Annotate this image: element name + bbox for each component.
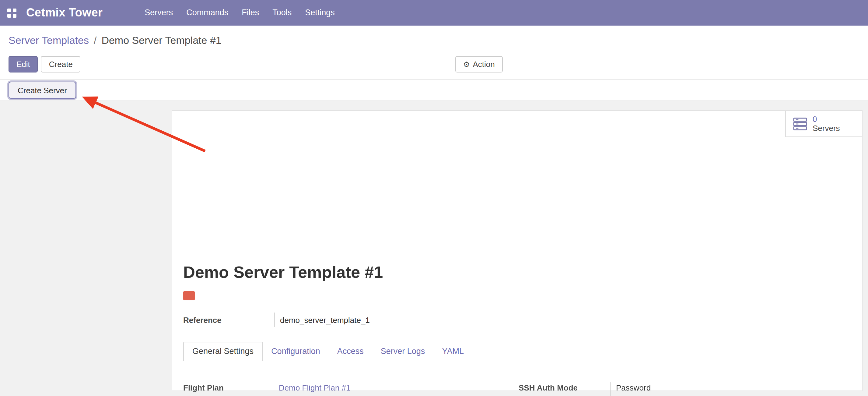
tab-configuration[interactable]: Configuration [262,342,329,361]
field-label: SSH Auth Mode [519,381,610,395]
action-button-label: Action [473,60,495,69]
fields-separator-line [610,382,611,396]
nav-item-files[interactable]: Files [235,0,266,26]
field-flight-plan: Flight Plan Demo Flight Plan #1 [183,381,488,395]
control-panel-divider [0,79,868,80]
action-button[interactable]: ⚙ Action [455,56,503,73]
breadcrumb-parent-link[interactable]: Server Templates [8,35,89,47]
apps-menu-icon[interactable] [7,8,17,17]
flight-plan-link[interactable]: Demo Flight Plan #1 [279,381,351,395]
create-server-button[interactable]: Create Server [8,82,76,99]
field-ssh-auth-mode: SSH Auth Mode Password [519,381,774,395]
tab-server-logs[interactable]: Server Logs [372,342,434,361]
form-header-buttons: Create Server [8,82,76,99]
reference-value[interactable]: demo_server_template_1 [280,315,370,324]
tab-general-settings[interactable]: General Settings [183,342,262,361]
server-stack-icon [793,117,807,130]
tab-access[interactable]: Access [329,342,372,361]
breadcrumb-current: Demo Server Template #1 [101,35,221,47]
nav-item-commands[interactable]: Commands [180,0,235,26]
tab-yaml[interactable]: YAML [433,342,472,361]
fields-column-right: SSH Auth Mode Password SSH port 22 SSH U… [519,381,774,396]
reference-label: Reference [183,315,274,324]
form-sheet: 0 Servers Demo Server Template #1 Refere… [172,110,863,391]
color-swatch[interactable] [183,291,195,300]
notebook-tabs: General Settings Configuration Access Se… [183,342,862,361]
fields-column-left: Flight Plan Demo Flight Plan #1 On Delet… [183,381,488,396]
control-panel-buttons: Edit Create [8,56,81,73]
nav-item-tools[interactable]: Tools [266,0,298,26]
edit-button[interactable]: Edit [8,56,38,73]
field-label: Flight Plan [183,381,279,395]
content-background: 0 Servers Demo Server Template #1 Refere… [0,101,868,396]
reference-field: Reference demo_server_template_1 [183,313,370,327]
breadcrumb-separator: / [94,35,96,47]
app-root: Cetmix Tower Servers Commands Files Tool… [0,0,868,396]
create-button[interactable]: Create [41,56,81,73]
main-menu: Servers Commands Files Tools Settings [138,0,341,26]
servers-stat-button[interactable]: 0 Servers [785,111,862,137]
nav-item-settings[interactable]: Settings [298,0,341,26]
gear-icon: ⚙ [463,61,470,68]
brand-title[interactable]: Cetmix Tower [26,6,102,20]
nav-item-servers[interactable]: Servers [138,0,180,26]
record-title: Demo Server Template #1 [183,263,383,281]
servers-count: 0 [813,115,840,124]
top-navbar: Cetmix Tower Servers Commands Files Tool… [0,0,868,26]
servers-count-label: Servers [813,124,840,133]
reference-separator [274,313,275,327]
ssh-auth-mode-value[interactable]: Password [616,381,651,395]
breadcrumb: Server Templates / Demo Server Template … [0,26,868,56]
